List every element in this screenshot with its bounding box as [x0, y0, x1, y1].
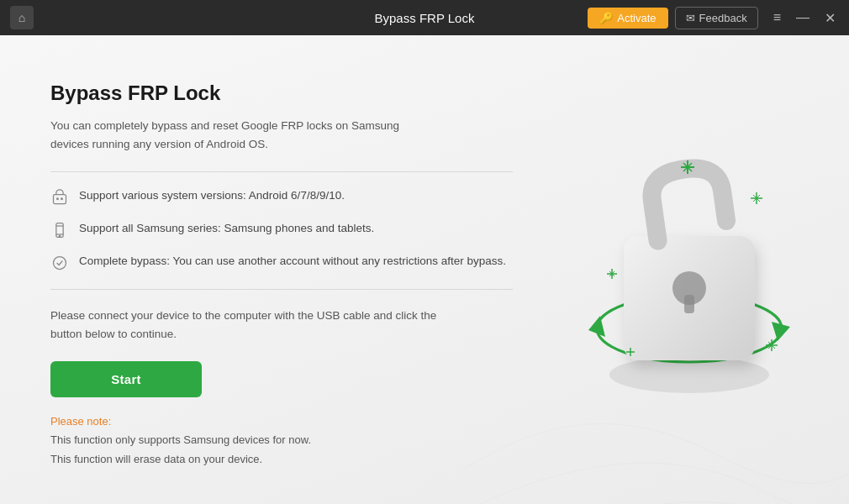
divider-top: [50, 171, 513, 172]
feedback-button[interactable]: ✉ Feedback: [675, 7, 758, 29]
svg-point-7: [54, 257, 66, 270]
feature-item-android: Support various system versions: Android…: [50, 187, 513, 207]
left-panel: Bypass FRP Lock You can completely bypas…: [0, 35, 555, 502]
window-title-text: Bypass FRP Lock: [375, 11, 475, 25]
feature-item-samsung: Support all Samsung series: Samsung phon…: [50, 220, 513, 239]
svg-rect-0: [54, 195, 66, 204]
home-button[interactable]: ⌂: [10, 6, 34, 29]
check-circle-icon: [50, 254, 69, 272]
note-line-1: This function only supports Samsung devi…: [50, 433, 311, 446]
lock-illustration: [546, 110, 832, 429]
start-button-label: Start: [111, 372, 141, 386]
feedback-mail-icon: ✉: [686, 12, 695, 24]
titlebar-left: ⌂: [10, 6, 34, 29]
home-icon: ⌂: [18, 11, 25, 24]
lock-graphic: [563, 127, 815, 412]
activate-icon: 🔑: [599, 12, 613, 24]
note-line-2: This function will erase data on your de…: [50, 453, 262, 465]
note-title: Please note:: [50, 415, 111, 428]
titlebar-right: 🔑 Activate ✉ Feedback ≡ — ✕: [588, 7, 839, 29]
feature-bypass-text: Complete bypass: You can use another acc…: [79, 253, 506, 270]
close-icon[interactable]: ✕: [821, 8, 839, 28]
svg-point-2: [61, 198, 63, 200]
feature-item-bypass: Complete bypass: You can use another acc…: [50, 253, 513, 272]
phone-icon: [50, 221, 69, 239]
titlebar-title: Bypass FRP Lock: [375, 11, 475, 25]
note-section: Please note: This function only supports…: [50, 412, 513, 468]
feature-android-text: Support various system versions: Android…: [79, 187, 345, 204]
activate-label: Activate: [617, 12, 656, 24]
svg-point-6: [59, 236, 60, 237]
svg-marker-11: [772, 322, 790, 341]
menu-icon[interactable]: ≡: [770, 8, 784, 27]
svg-rect-14: [684, 295, 694, 313]
page-description: You can completely bypass and reset Goog…: [50, 117, 437, 153]
feature-list: Support various system versions: Android…: [50, 187, 513, 272]
main-content: Bypass FRP Lock You can completely bypas…: [0, 35, 849, 504]
feature-samsung-text: Support all Samsung series: Samsung phon…: [79, 220, 374, 237]
minimize-icon[interactable]: —: [793, 8, 813, 27]
feedback-label: Feedback: [699, 12, 747, 24]
svg-point-1: [57, 198, 59, 200]
lock-svg: [563, 127, 815, 412]
activate-button[interactable]: 🔑 Activate: [588, 8, 667, 29]
start-button[interactable]: Start: [50, 361, 202, 397]
window-controls: ≡ — ✕: [770, 8, 839, 28]
titlebar: ⌂ Bypass FRP Lock 🔑 Activate ✉ Feedback …: [0, 0, 849, 35]
divider-bottom: [50, 289, 513, 290]
connect-instructions: Please connect your device to the comput…: [50, 307, 437, 343]
android-icon: [50, 188, 69, 207]
page-title: Bypass FRP Lock: [50, 81, 513, 105]
